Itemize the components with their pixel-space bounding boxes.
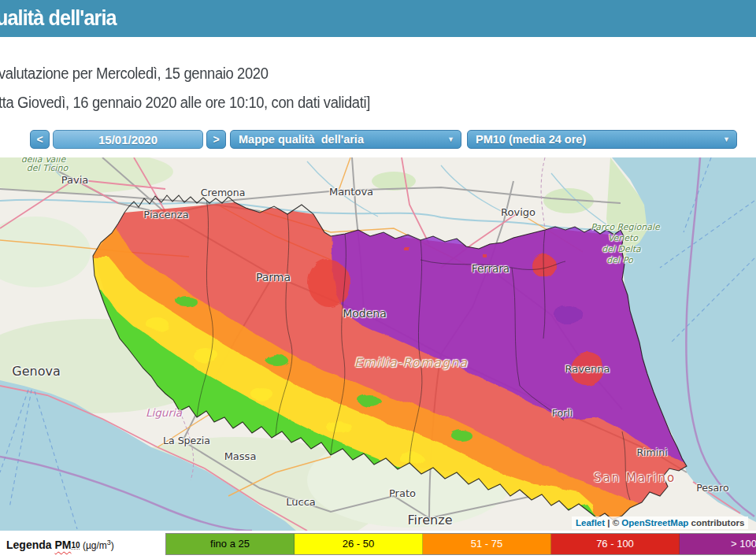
page-title: ualità dell'aria	[0, 0, 117, 36]
legend-bin-3: 76 - 100	[551, 534, 680, 554]
metric-select[interactable]: PM10 (media 24 ore) ▼	[467, 130, 737, 149]
legend-unit: (µg/m3)	[80, 539, 114, 551]
map-label-prato: Prato	[389, 487, 416, 499]
next-icon: >	[213, 133, 219, 146]
legend-bin-4: > 100	[680, 534, 756, 554]
map-label-lucca: Lucca	[286, 496, 316, 508]
map-label-parco-regionale: Parco Regionale	[591, 222, 660, 232]
map-label-genova: Genova	[12, 364, 60, 379]
legend-bar: fino a 2526 - 5051 - 7576 - 100> 100	[165, 533, 756, 555]
map-label-piacenza: Piacenza	[143, 209, 188, 220]
map-label-firenze: Firenze	[408, 513, 453, 528]
map-label-modena: Modena	[343, 307, 387, 320]
map-label-pesaro: Pesaro	[696, 482, 728, 494]
prev-day-button[interactable]: <	[30, 130, 50, 149]
map-attribution: Leaflet | © OpenStreetMap contributors	[572, 516, 748, 529]
attribution-suffix: contributors	[688, 518, 744, 528]
air-quality-app: ualità dell'aria valutazione per Mercole…	[0, 0, 756, 559]
map-label-pavia: Pavia	[61, 174, 89, 186]
map-label-del-delta: del Delta	[602, 244, 641, 254]
map-label-ferrara: Ferrara	[472, 262, 510, 275]
prev-icon: <	[36, 133, 43, 146]
evaluation-date-line: valutazione per Mercoledì, 15 gennaio 20…	[0, 65, 269, 83]
openstreetmap-link[interactable]: OpenStreetMap	[621, 518, 688, 528]
next-day-button[interactable]: >	[206, 130, 226, 149]
legend-pollutant-subscript: 10	[71, 541, 80, 550]
legend-bin-2: 51 - 75	[423, 534, 551, 554]
leaflet-map[interactable]: PaviaCremonaMantovaRovigoPiacenzaParmaMo…	[0, 157, 756, 531]
legend-bin-0: fino a 25	[166, 534, 295, 554]
leaflet-link[interactable]: Leaflet	[576, 518, 605, 528]
map-label-veneto: Veneto	[608, 233, 638, 243]
attribution-separator: | ©	[605, 518, 621, 528]
legend-pollutant: PM	[54, 539, 71, 551]
map-label-del-ticino: del Ticino	[27, 163, 69, 173]
date-field[interactable]: 15/01/2020	[53, 130, 203, 149]
map-label-san-marino: San Marino	[594, 471, 676, 485]
map-label-massa: Massa	[224, 450, 257, 462]
map-label-liguria: Liguria	[146, 406, 182, 419]
map-label-ravenna: Ravenna	[565, 363, 610, 375]
header-bar: ualità dell'aria	[0, 0, 756, 37]
map-type-value: Mappe qualità dell'aria	[239, 133, 364, 146]
date-value: 15/01/2020	[98, 133, 158, 146]
map-type-select[interactable]: Mappe qualità dell'aria ▼	[230, 130, 461, 149]
map-label-mantova: Mantova	[329, 186, 373, 198]
chevron-down-icon: ▼	[447, 135, 454, 143]
legend-title-text: Legenda	[6, 539, 54, 551]
legend-title: Legenda PM10 (µg/m3)	[6, 531, 114, 559]
map-label-cremona: Cremona	[201, 187, 246, 198]
map-label-forli: Forlì	[552, 407, 573, 419]
legend-bin-1: 26 - 50	[295, 534, 423, 554]
chevron-down-icon: ▼	[723, 135, 730, 143]
production-date-line: tta Giovedì, 16 gennaio 2020 alle ore 10…	[0, 94, 370, 112]
metric-value: PM10 (media 24 ore)	[476, 133, 586, 146]
map-label-rimini: Rimini	[636, 446, 667, 458]
map-label-emilia-romagna: Emilia-Romagna	[354, 355, 468, 370]
map-label-rovigo: Rovigo	[501, 206, 536, 218]
map-label-parma: Parma	[256, 271, 291, 283]
legend-panel: Legenda PM10 (µg/m3) fino a 2526 - 5051 …	[0, 531, 756, 559]
map-label-del-po: del Po	[606, 255, 632, 265]
map-label-la-spezia: La Spezia	[163, 435, 210, 446]
